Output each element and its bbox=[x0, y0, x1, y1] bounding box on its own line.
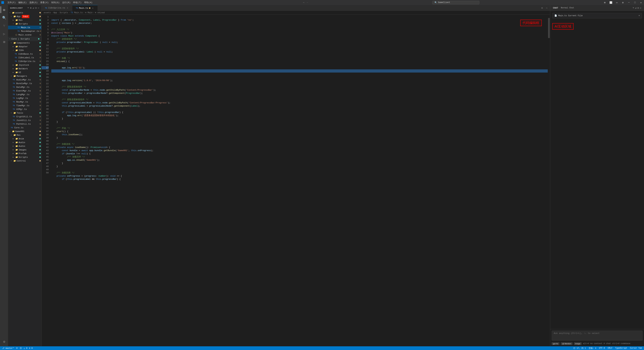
tree-item-scripts2[interactable]: ▶ 📁 Scripts bbox=[8, 155, 42, 159]
tree-item-prefab[interactable]: ▶ 📁 Prefab bbox=[8, 152, 42, 155]
tree-item-tools[interactable]: ▾ 📁 Tools bbox=[8, 111, 42, 115]
minimize-button[interactable]: ─ bbox=[627, 1, 630, 4]
tree-item-ui[interactable]: ▶ 📁 UI bbox=[8, 70, 42, 74]
tree-item-langmgr[interactable]: TS LangMgr.ts U bbox=[8, 93, 42, 96]
breadcrumb-assets[interactable]: assets bbox=[44, 11, 51, 14]
code-lines[interactable]: import { _decorator, Component, Label, P… bbox=[50, 14, 548, 346]
layout-icon[interactable]: ⊞ bbox=[603, 1, 606, 4]
chat-settings-icon[interactable]: ⊟ bbox=[638, 6, 639, 9]
tree-item-eventmgr[interactable]: TS EventMgr.ts U bbox=[8, 89, 42, 93]
tree-item-i18nbase[interactable]: TS I18nBase.ts U bbox=[8, 52, 42, 56]
tree-item-network[interactable]: ▶ 📁 NetWork bbox=[8, 67, 42, 70]
activity-extensions[interactable]: ⊞ bbox=[1, 38, 8, 45]
menu-run[interactable]: 运行(R) bbox=[62, 1, 70, 4]
tree-item-i18n[interactable]: ▾ 📁 I18n bbox=[8, 48, 42, 52]
tree-item-res[interactable]: ▶ 📁 Res bbox=[8, 18, 42, 22]
tree-item-audiomgr[interactable]: TS AudioMgr.ts U bbox=[8, 78, 42, 82]
line-ending[interactable]: CRLF bbox=[608, 347, 612, 349]
chat-close-icon[interactable]: ✕ bbox=[640, 6, 641, 9]
tree-item-i18nsprite[interactable]: TS I18nSprite.ts U bbox=[8, 59, 42, 63]
error-count[interactable]: ⓪ bbox=[20, 347, 22, 350]
activity-settings[interactable]: ⚙ bbox=[1, 338, 8, 345]
tree-item-jsonutil[interactable]: TS JsonUtil.ts U bbox=[8, 118, 42, 122]
info-count[interactable]: ℹ 0 bbox=[29, 347, 32, 350]
tree-item-app[interactable]: ▾ 📁 App 导航栏 bbox=[8, 14, 42, 18]
more-icon[interactable]: ⋯ bbox=[38, 6, 40, 9]
tree-item-res2[interactable]: ▾ 📁 Res bbox=[8, 133, 42, 137]
activity-explorer[interactable]: ⎄ bbox=[1, 6, 8, 13]
encoding[interactable]: UTF-8 bbox=[599, 347, 605, 349]
more-actions-icon[interactable]: ⋯ bbox=[545, 6, 549, 10]
panel-toggle-icon[interactable]: ▭ bbox=[615, 1, 618, 4]
settings-icon[interactable]: ⚙ bbox=[621, 1, 624, 4]
activity-scm[interactable]: ⑂ bbox=[1, 22, 8, 29]
tree-item-mainadapter[interactable]: TS MainAdapter.ts U bbox=[8, 29, 42, 33]
refresh-icon[interactable]: ↺ bbox=[33, 6, 34, 9]
warning-count[interactable]: △ 0 bbox=[24, 347, 28, 350]
tree-item-bundlemgr[interactable]: TS BundleMgr.ts U bbox=[8, 82, 42, 85]
tree-item-audio[interactable]: ▶ 📁 Audio bbox=[8, 141, 42, 144]
tree-item-images[interactable]: ▶ 📁 Images bbox=[8, 148, 42, 152]
nav-forward-button[interactable]: → bbox=[306, 1, 308, 4]
tree-item-cryptutil[interactable]: TS CryptUtil.ts U bbox=[8, 115, 42, 118]
breadcrumb-onload[interactable]: ⊕ onLoad bbox=[95, 11, 105, 14]
chat-model-selector[interactable]: gpt-4o bbox=[552, 342, 560, 345]
tree-item-components[interactable]: ▾ 📁 Components bbox=[8, 41, 42, 45]
tree-item-corets[interactable]: TS Core.ts U bbox=[8, 126, 42, 129]
tree-item-logmgr[interactable]: TS LogMgr.ts U bbox=[8, 96, 42, 100]
sync-icon[interactable]: ⟳ bbox=[16, 347, 18, 350]
activity-debug[interactable]: ▷ bbox=[1, 30, 8, 37]
nav-back-button[interactable]: ← bbox=[302, 1, 305, 4]
close-button[interactable]: ✕ bbox=[639, 1, 643, 4]
menu-select[interactable]: 选择(S) bbox=[29, 1, 38, 4]
new-folder-icon[interactable]: ⊕ bbox=[30, 6, 32, 9]
menu-help[interactable]: 帮助(H) bbox=[84, 1, 92, 4]
breadcrumb-main[interactable]: ⊕ Main bbox=[85, 11, 92, 14]
git-branch[interactable]: ⎇ master* bbox=[2, 347, 14, 350]
activity-search[interactable]: 🔍 bbox=[1, 14, 8, 21]
tree-item-mainscene[interactable]: ⬡ Main.scene U bbox=[8, 33, 42, 37]
new-file-icon[interactable]: + bbox=[28, 6, 29, 9]
tree-item-game001[interactable]: ▾ 📁 Game001 bbox=[8, 129, 42, 133]
tree-item-joystick[interactable]: ▶ 📁 Joystick bbox=[8, 63, 42, 67]
editor-scrollbar[interactable] bbox=[548, 14, 550, 346]
tree-item-anim[interactable]: ▶ 📁 Anim bbox=[8, 137, 42, 141]
context-close-icon[interactable]: × bbox=[639, 14, 640, 17]
breadcrumb-app[interactable]: App bbox=[53, 11, 57, 14]
menu-goto[interactable]: 转到(G) bbox=[51, 1, 60, 4]
menu-terminal[interactable]: 终端(T) bbox=[73, 1, 81, 4]
maximize-button[interactable]: □ bbox=[633, 1, 636, 4]
tree-item-datamgr[interactable]: TS DataMgr.ts U bbox=[8, 85, 42, 89]
tree-item-resmgr[interactable]: TS ResMgr.ts U bbox=[8, 100, 42, 104]
menu-view[interactable]: 查看(V) bbox=[40, 1, 48, 4]
tree-item-i18nlabel[interactable]: TS I18nLabel.ts U bbox=[8, 56, 42, 59]
indent-size[interactable]: 空格: 4 bbox=[589, 347, 596, 350]
split-editor-icon[interactable]: ⊟ bbox=[540, 6, 544, 10]
tab-maints[interactable]: TS Main.ts ✕ bbox=[72, 5, 98, 11]
tree-item-pathutil[interactable]: TS PathUtil.ts U bbox=[8, 122, 42, 126]
sidebar-toggle-icon[interactable]: ⬜ bbox=[609, 1, 612, 4]
chat-image-button[interactable]: Image bbox=[574, 342, 582, 345]
cursor-position[interactable]: 行 17, 列 1 bbox=[574, 347, 586, 350]
language-mode[interactable]: TypeScript bbox=[615, 347, 627, 349]
tree-item-maints[interactable]: TS Main.ts U bbox=[8, 26, 42, 29]
global-search-box[interactable]: 🔍 GameClient bbox=[432, 1, 479, 4]
tab-close-icon[interactable]: ✕ bbox=[66, 7, 69, 9]
chat-refresh-icon[interactable]: ↺ bbox=[635, 6, 636, 9]
breadcrumb-maints[interactable]: TS Main.ts bbox=[70, 11, 83, 14]
tree-item-uimgr[interactable]: TS UIMgr.ts U bbox=[8, 107, 42, 111]
code-area[interactable]: 12345 678910 1112131415 1617181920 21222… bbox=[42, 14, 550, 346]
menu-edit[interactable]: 编辑(E) bbox=[18, 1, 26, 4]
chat-mention-button[interactable]: @ Mention bbox=[561, 342, 572, 345]
collapse-icon[interactable]: ⊟ bbox=[35, 6, 37, 9]
tree-item-timemgr[interactable]: TS TimeMgr.ts U bbox=[8, 104, 42, 107]
tree-item-font[interactable]: ▶ 📁 Audio bbox=[8, 144, 42, 148]
tab-i18nsprite[interactable]: TS I18nSprite.ts ✕ bbox=[42, 5, 72, 11]
breadcrumb-scripts[interactable]: Scripts bbox=[60, 11, 68, 14]
tree-item-scripts[interactable]: ▾ 📁 Scripts bbox=[8, 22, 42, 26]
tree-item-managers[interactable]: ▾ 📁 Managers bbox=[8, 74, 42, 78]
tree-item-assets[interactable]: ▾ 📁 assets bbox=[8, 11, 42, 14]
tree-item-adapter[interactable]: ▶ 📁 Adapter bbox=[8, 45, 42, 48]
chat-add-icon[interactable]: + bbox=[632, 6, 634, 9]
tree-item-control[interactable]: ▾ 📁 Control bbox=[8, 159, 42, 163]
